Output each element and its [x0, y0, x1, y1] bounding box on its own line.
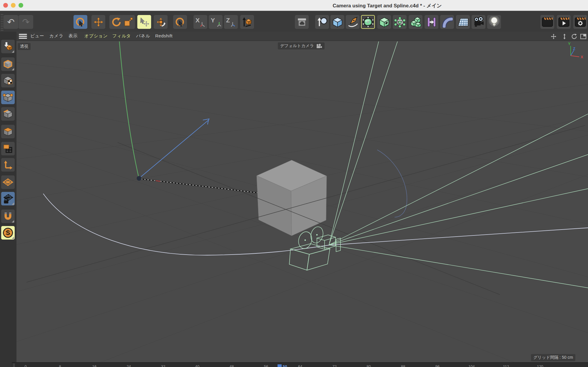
camera-object-button[interactable] — [472, 15, 485, 29]
bend-deformer-button[interactable] — [440, 15, 454, 29]
timeline-ruler[interactable]: 0 8 16 24 32 40 48 56 50 64 72 80 88 96 … — [12, 362, 588, 367]
menu-redshift[interactable]: Redshift — [155, 33, 173, 38]
camera-label-text: デフォルトカメラ — [280, 43, 314, 49]
floor-icon — [457, 16, 469, 28]
fields-icon — [426, 16, 437, 28]
snap-s-icon: S — [2, 227, 14, 238]
light-icon — [488, 16, 500, 28]
texture-mode-button[interactable] — [1, 74, 15, 87]
y-axis-icon — [216, 22, 221, 28]
current-frame-marker[interactable] — [278, 364, 282, 367]
spline-pen-button[interactable] — [346, 15, 360, 29]
minimize-button[interactable] — [11, 3, 16, 8]
lock-z-button[interactable]: Z — [224, 15, 238, 29]
ruler-tick: 120 — [537, 364, 543, 367]
ruler-tick: 32 — [161, 364, 165, 367]
move-tool[interactable] — [91, 15, 105, 29]
ruler-tick: 88 — [401, 364, 405, 367]
make-editable-button[interactable] — [1, 40, 15, 53]
render-settings-button[interactable] — [573, 15, 587, 29]
ruler-tick: 0 — [24, 364, 26, 367]
axis-gizmo: Y Z X — [566, 41, 587, 61]
edges-mode-button[interactable] — [1, 107, 15, 121]
ruler-tick: 56 — [264, 364, 268, 367]
axis-modification-tool[interactable] — [154, 15, 168, 29]
camera-label[interactable]: デフォルトカメラ — [278, 42, 325, 49]
menu-options[interactable]: オプション — [84, 33, 108, 39]
close-button[interactable] — [3, 3, 8, 8]
selection-tool[interactable] — [173, 15, 187, 29]
ruler-tick: 72 — [333, 364, 337, 367]
snap-settings-button[interactable] — [1, 210, 15, 223]
viewport-dolly-icon[interactable] — [561, 33, 568, 41]
generator-cube-icon — [379, 16, 390, 28]
ruler-tick: 64 — [298, 364, 302, 367]
menu-display[interactable]: 表示 — [69, 33, 78, 39]
svg-text:S: S — [6, 229, 10, 236]
subdivision-surface-button[interactable] — [361, 15, 375, 29]
make-editable-icon — [3, 41, 13, 52]
grid-spacing-text: グリッド間隔 : 50 cm — [533, 355, 573, 360]
live-selection-tool[interactable] — [74, 15, 87, 29]
gizmo-x-label: X — [581, 55, 583, 59]
polygons-mode-button[interactable] — [1, 125, 15, 138]
lock-y-button[interactable]: Y — [209, 15, 223, 29]
texture-mode-icon — [3, 75, 13, 86]
ruler-tick: 96 — [435, 364, 440, 367]
timeline-grip[interactable] — [13, 363, 15, 367]
axis-modify-icon — [156, 17, 166, 27]
primitive-cube-button[interactable] — [330, 15, 344, 29]
coordinate-system-icon — [242, 17, 253, 27]
cube-icon — [332, 16, 343, 28]
view-label-text: 透視 — [20, 44, 28, 49]
live-selection-icon — [76, 17, 86, 27]
zoom-button[interactable] — [19, 3, 23, 8]
cloner-button[interactable] — [393, 15, 407, 29]
pen-icon — [347, 16, 358, 28]
redo-button[interactable]: ↷ — [19, 15, 33, 29]
timeline-corner — [0, 362, 12, 367]
light-object-button[interactable] — [487, 15, 501, 29]
asset-browser-button[interactable] — [295, 15, 309, 29]
simulate-icon — [317, 17, 328, 27]
viewport-menu-icon[interactable] — [19, 34, 27, 40]
volume-button[interactable] — [409, 15, 422, 29]
viewport-layout-icon[interactable] — [580, 34, 587, 41]
generator-button[interactable] — [377, 15, 391, 29]
window-title: Camera using Target and Spline.c4d * - メ… — [333, 2, 442, 9]
menu-filter[interactable]: フィルタ — [112, 33, 131, 39]
camera-label-icon — [316, 44, 322, 48]
viewport-pan-icon[interactable] — [550, 33, 557, 41]
enable-axis-button[interactable] — [1, 158, 15, 172]
enable-snap-button[interactable]: S — [1, 226, 15, 240]
render-view-button[interactable] — [540, 15, 554, 29]
gizmo-z-label: Z — [573, 47, 575, 51]
scale-tool[interactable] — [121, 15, 135, 29]
workplane-icon — [2, 177, 14, 188]
undo-button[interactable]: ↶ — [4, 15, 18, 29]
menu-camera[interactable]: カメラ — [49, 33, 64, 39]
render-picture-viewer-button[interactable] — [557, 15, 571, 29]
viewport-3d[interactable] — [16, 41, 588, 362]
view-label: 透視 — [18, 43, 31, 50]
cube-object — [257, 160, 327, 236]
model-mode-icon — [3, 59, 13, 69]
coordinate-system-button[interactable] — [240, 15, 254, 29]
fields-button[interactable] — [425, 15, 438, 29]
simulate-button[interactable] — [315, 15, 329, 29]
menu-panel[interactable]: パネル — [136, 33, 150, 39]
scene-canvas — [16, 41, 588, 362]
workplane-mode-button[interactable] — [1, 175, 15, 189]
gizmo-y-label: Y — [568, 41, 571, 46]
lock-workplane-button[interactable] — [1, 192, 15, 205]
lock-x-button[interactable]: X — [193, 15, 207, 29]
last-used-tool[interactable] — [137, 15, 151, 29]
cursor-move-icon — [139, 17, 150, 27]
axis-mode-button[interactable] — [1, 142, 15, 155]
lock-workplane-icon — [2, 193, 14, 204]
viewport-orbit-icon[interactable] — [571, 33, 577, 41]
menu-view[interactable]: ビュー — [30, 33, 44, 39]
floor-button[interactable] — [456, 15, 470, 29]
model-mode-button[interactable] — [1, 57, 15, 71]
points-mode-button[interactable] — [1, 91, 15, 104]
